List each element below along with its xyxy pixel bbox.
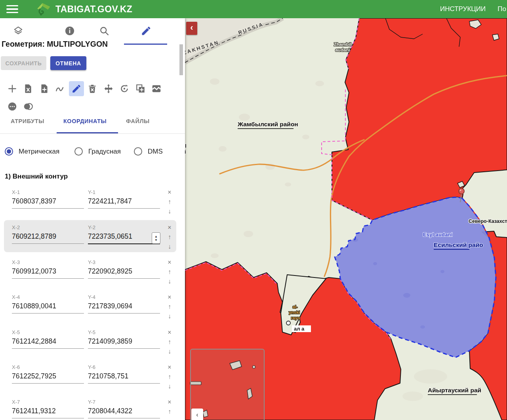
y6-field[interactable]: Y-67210758,751 — [88, 364, 160, 384]
edge-clipped-label: il i — [185, 143, 187, 155]
y1-field[interactable]: Y-17224211,7847 — [88, 189, 160, 209]
more-options-icon[interactable] — [5, 99, 20, 114]
svg-text:rayo: rayo — [291, 315, 300, 320]
district-label-zhambylsky: Жамбылский район — [237, 121, 298, 129]
export-file-icon[interactable] — [21, 81, 36, 96]
rotate-feature-icon[interactable] — [117, 81, 132, 96]
radio-circle-icon — [74, 147, 83, 156]
move-vertex-up-icon[interactable]: ↑ — [166, 232, 173, 242]
add-file-icon[interactable] — [37, 81, 52, 96]
move-vertex-up-icon[interactable]: ↑ — [166, 197, 173, 207]
move-vertex-up-icon[interactable]: ↑ — [166, 372, 173, 382]
move-vertex-up-icon[interactable]: ↑ — [166, 267, 173, 277]
move-vertex-down-icon[interactable]: ↓ — [166, 242, 173, 251]
district-label-airtausky: Айыртауский рай — [428, 387, 481, 395]
radio-circle-icon — [5, 147, 13, 156]
district-label-zhambyl-audani: Zhambil audani — [334, 42, 351, 52]
coordinate-row-3: X-37609912,0073 Y-37220902,8925 ×↑↓ — [0, 259, 185, 287]
cancel-button[interactable]: ОТМЕНА — [50, 56, 86, 70]
remove-vertex-icon[interactable]: × — [166, 397, 173, 407]
edit-panel: Геометрия: MULTIPOLYGON СОХРАНИТЬ ОТМЕНА… — [0, 18, 185, 420]
move-vertex-up-icon[interactable]: ↑ — [166, 337, 173, 347]
y5-field[interactable]: Y-57214099,3859 — [88, 329, 160, 349]
freehand-draw-icon[interactable] — [53, 81, 68, 96]
layers-icon[interactable] — [12, 25, 25, 37]
nav-help[interactable]: По — [497, 5, 506, 13]
tab-attributes[interactable]: АТРИБУТЫ — [11, 118, 44, 124]
active-tool-underline — [124, 44, 167, 45]
svg-text:il: il — [185, 143, 187, 149]
x7-field[interactable]: X-77612411,9312 — [12, 399, 84, 418]
svg-text:audani: audani — [335, 48, 350, 52]
edit-pencil-icon[interactable] — [140, 25, 152, 37]
x4-field[interactable]: X-47610889,0041 — [12, 294, 84, 314]
remove-vertex-icon[interactable]: × — [166, 188, 173, 197]
collapse-panel-button[interactable]: ‹ — [186, 22, 197, 35]
coordinate-row-7: X-77612411,9312 Y-77208044,4322 ×↑ — [0, 399, 185, 420]
y4-field[interactable]: Y-47217839,0694 — [88, 294, 160, 314]
move-feature-icon[interactable] — [101, 81, 116, 96]
x6-field[interactable]: X-67612252,7925 — [12, 364, 84, 384]
move-vertex-down-icon[interactable]: ↓ — [166, 312, 173, 321]
radio-dms[interactable]: DMS — [134, 147, 163, 156]
app-title: TABIGAT.GOV.KZ — [55, 4, 132, 15]
move-vertex-down-icon[interactable]: ↓ — [166, 382, 173, 391]
x1-field[interactable]: X-17608037,8397 — [12, 189, 84, 209]
duplicate-feature-icon[interactable] — [133, 81, 148, 96]
y7-field[interactable]: Y-77208044,4322 — [88, 399, 160, 418]
svg-text:ynski: ynski — [289, 310, 300, 315]
y2-field[interactable]: Y-27223735,0651 ▲▼ — [88, 224, 160, 244]
move-vertex-down-icon[interactable]: ↓ — [166, 277, 173, 286]
remove-vertex-icon[interactable]: × — [166, 258, 173, 267]
radio-metric[interactable]: Метрическая — [5, 147, 59, 156]
coordinate-row-2: X-27609212,8789 Y-27223735,0651 ▲▼ ×↑↓ — [0, 224, 185, 252]
red-region-north[interactable] — [332, 18, 507, 220]
y3-field[interactable]: Y-37220902,8925 — [88, 259, 160, 279]
map-canvas[interactable]: RUSSIA KAZAKHSTAN Zhambil audani Жамбылс… — [185, 18, 507, 420]
tab-files[interactable]: ФАЙЛЫ — [126, 118, 150, 124]
coordinate-row-4: X-47610889,0041 Y-47217839,0694 ×↑↓ — [0, 294, 185, 322]
snapshot-icon[interactable] — [149, 81, 164, 96]
panel-scrollbar[interactable] — [179, 44, 183, 75]
svg-text:Айыртауский рай: Айыртауский рай — [428, 387, 481, 393]
menu-icon[interactable] — [6, 5, 18, 13]
edit-vertices-icon[interactable] — [69, 81, 84, 96]
app-header: TABIGAT.GOV.KZ ИНСТРУКЦИИ По — [0, 0, 507, 18]
number-spinner[interactable]: ▲▼ — [152, 232, 160, 244]
remove-vertex-icon[interactable]: × — [166, 293, 173, 302]
coordinate-row-6: X-67612252,7925 Y-67210758,751 ×↑↓ — [0, 364, 185, 392]
contour-heading: 1) Внешний контур — [5, 173, 68, 181]
delete-feature-icon[interactable] — [85, 81, 100, 96]
save-button[interactable]: СОХРАНИТЬ — [1, 56, 46, 70]
coordinate-row-5: X-57612142,2884 Y-57214099,3859 ×↑↓ — [0, 329, 185, 357]
svg-text:ал а: ал а — [294, 326, 305, 332]
remove-vertex-icon[interactable]: × — [166, 328, 173, 337]
logo-icon — [36, 2, 51, 17]
tabs-divider — [0, 133, 185, 134]
geometry-type-label: Геометрия: MULTIPOLYGON — [2, 40, 108, 49]
remove-vertex-icon[interactable]: × — [166, 223, 173, 232]
x5-field[interactable]: X-57612142,2884 — [12, 329, 84, 349]
nav-instructions[interactable]: ИНСТРУКЦИИ — [440, 5, 486, 13]
coordinate-row-1: X-17608037,8397 Y-17224211,7847 ×↑↓ — [0, 189, 185, 217]
invert-selection-icon[interactable] — [21, 99, 36, 114]
info-icon[interactable] — [63, 25, 76, 37]
radio-circle-icon — [134, 147, 142, 156]
x2-field[interactable]: X-27609212,8789 — [12, 224, 84, 244]
search-icon[interactable] — [98, 25, 111, 37]
svg-text:i: i — [185, 149, 186, 155]
settlement-marker-icon — [286, 321, 290, 325]
district-label-esyl-audani: Esyl audani — [423, 232, 453, 238]
svg-text:al-: al- — [293, 304, 298, 309]
x3-field[interactable]: X-37609912,0073 — [12, 259, 84, 279]
move-vertex-down-icon[interactable]: ↓ — [166, 207, 173, 216]
move-vertex-up-icon[interactable]: ↑ — [166, 407, 173, 416]
move-vertex-up-icon[interactable]: ↑ — [166, 302, 173, 312]
remove-vertex-icon[interactable]: × — [166, 363, 173, 372]
svg-text:Есильский райо: Есильский райо — [434, 241, 483, 248]
tab-coordinates[interactable]: КООРДИНАТЫ — [63, 118, 107, 124]
add-point-icon[interactable] — [5, 81, 20, 96]
radio-degrees[interactable]: Градусная — [74, 147, 121, 156]
attribution-toggle-button[interactable]: ‹ — [191, 409, 203, 420]
move-vertex-down-icon[interactable]: ↓ — [166, 347, 173, 356]
